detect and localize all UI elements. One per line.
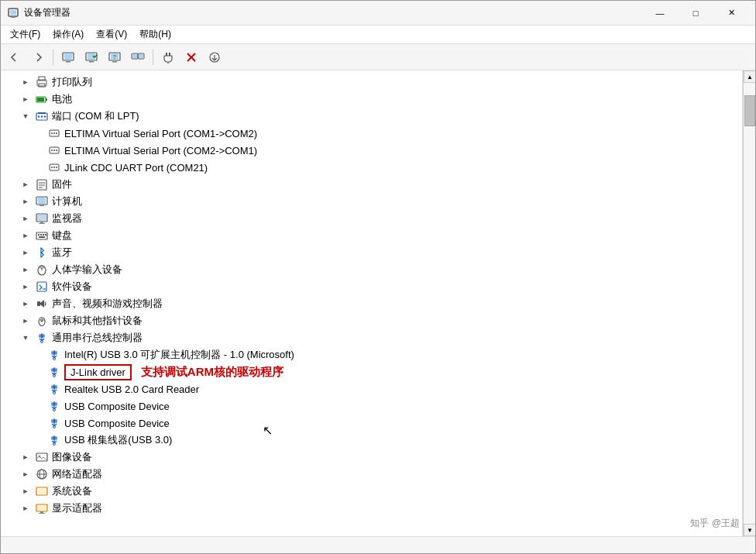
svg-point-78 — [53, 443, 56, 446]
svg-rect-88 — [40, 511, 43, 513]
watermark: 知乎 @王超 — [690, 517, 740, 530]
network-icon — [35, 467, 49, 481]
tree-item-monitor[interactable]: ► 监视器 — [1, 210, 742, 227]
tree-item-mouse[interactable]: ► 鼠标和其他指针设备 — [1, 312, 742, 329]
tree-item-usb-hub[interactable]: ► USB 根集线器(USB 3.0) — [1, 432, 742, 449]
tree-item-keyboard[interactable]: ► 键盘 — [1, 227, 742, 244]
usb-ctrl-icon — [35, 331, 49, 345]
system-label: 系统设备 — [52, 484, 92, 498]
svg-rect-89 — [39, 513, 45, 514]
svg-rect-28 — [37, 98, 44, 102]
back-button[interactable] — [4, 47, 26, 67]
tree-item-print[interactable]: ► 打印队列 — [1, 74, 742, 91]
svg-rect-59 — [40, 234, 42, 236]
status-bar — [1, 536, 755, 553]
device-tree[interactable]: ► 打印队列 ► 电池 ▼ 端口 (COM 和 LPT) — [1, 71, 743, 536]
expand-icon-bluetooth: ► — [19, 246, 32, 259]
annotation-text: 支持调试ARM核的驱动程序 — [141, 365, 284, 380]
scroll-down-arrow[interactable]: ▼ — [744, 524, 755, 536]
usb-icon-jlink — [47, 365, 61, 379]
menu-view[interactable]: 查看(V) — [90, 26, 133, 43]
main-content: ► 打印队列 ► 电池 ▼ 端口 (COM 和 LPT) — [1, 71, 755, 536]
window-controls: — □ ✕ — [642, 1, 749, 26]
port-label: 端口 (COM 和 LPT) — [52, 109, 139, 123]
tree-item-display[interactable]: ► 显示适配器 — [1, 500, 742, 517]
usb-icon-1 — [47, 348, 61, 362]
svg-rect-66 — [37, 282, 46, 291]
eltima1-label: ELTIMA Virtual Serial Port (COM1->COM2) — [64, 128, 257, 139]
forward-button[interactable] — [27, 47, 49, 67]
scroll-up-arrow[interactable]: ▲ — [744, 71, 755, 83]
usb-icon-4 — [47, 416, 61, 430]
tree-item-port[interactable]: ▼ 端口 (COM 和 LPT) — [1, 108, 742, 125]
tree-item-network[interactable]: ► 网络适配器 — [1, 466, 742, 483]
update-button[interactable] — [204, 47, 225, 67]
svg-point-39 — [51, 150, 53, 151]
keyboard-icon — [35, 229, 49, 243]
computer-button[interactable] — [57, 47, 79, 67]
tree-item-firmware[interactable]: ► 固件 — [1, 176, 742, 193]
scroll-thumb[interactable] — [744, 95, 755, 126]
window-icon — [7, 7, 19, 19]
svg-point-76 — [53, 409, 56, 411]
computer-icon — [35, 194, 49, 208]
serial-icon-2 — [47, 143, 61, 157]
image-icon — [35, 450, 49, 464]
svg-point-43 — [51, 167, 53, 168]
menu-action[interactable]: 操作(A) — [46, 26, 90, 43]
display-label: 显示适配器 — [52, 501, 102, 515]
tree-item-realtek[interactable]: ► Realtek USB 2.0 Card Reader — [1, 380, 742, 397]
computer-check-button[interactable] — [81, 47, 102, 67]
svg-rect-52 — [40, 205, 44, 206]
jlink-cdc-label: JLink CDC UART Port (COM21) — [64, 162, 208, 174]
bluetooth-icon: ᛒ — [35, 246, 49, 260]
jlink-driver-box: J-Link driver — [64, 364, 132, 380]
jlink-driver-label: J-Link driver — [70, 366, 125, 378]
tree-item-image[interactable]: ► 图像设备 — [1, 449, 742, 466]
software-icon — [35, 280, 49, 294]
expand-icon-system: ► — [19, 485, 32, 497]
minimize-button[interactable]: — — [642, 1, 678, 26]
tree-item-eltima1[interactable]: ► ELTIMA Virtual Serial Port (COM1->COM2… — [1, 125, 742, 142]
svg-point-32 — [44, 115, 46, 117]
tree-item-bluetooth[interactable]: ► ᛒ 蓝牙 — [1, 244, 742, 261]
tree-item-battery[interactable]: ► 电池 — [1, 91, 742, 108]
svg-rect-68 — [37, 301, 40, 306]
expand-icon-software: ► — [19, 280, 32, 293]
usb-icon-2 — [47, 382, 61, 396]
tree-item-audio[interactable]: ► 声音、视频和游戏控制器 — [1, 295, 742, 312]
tree-item-hid[interactable]: ► 人体学输入设备 — [1, 261, 742, 278]
help-button[interactable]: ? — [104, 47, 125, 67]
usb-icon-5 — [47, 433, 61, 447]
expand-icon-hid: ► — [19, 263, 32, 276]
title-bar: 设备管理器 — □ ✕ — [1, 1, 755, 26]
audio-label: 声音、视频和游戏控制器 — [52, 297, 163, 311]
hid-label: 人体学输入设备 — [52, 263, 122, 277]
remove-button[interactable] — [180, 47, 202, 67]
tree-item-eltima2[interactable]: ► ELTIMA Virtual Serial Port (COM2->COM1… — [1, 142, 742, 159]
keyboard-label: 键盘 — [52, 229, 72, 243]
tree-item-computer[interactable]: ► 计算机 — [1, 193, 742, 210]
tree-item-usb-composite2[interactable]: ► USB Composite Device — [1, 415, 742, 432]
menu-help[interactable]: 帮助(H) — [133, 26, 177, 43]
tree-item-jlink-driver[interactable]: ► J-Link driver 支持调试ARM核的驱动程序 — [1, 363, 742, 380]
tree-item-intel-usb[interactable]: ► Intel(R) USB 3.0 可扩展主机控制器 - 1.0 (Micro… — [1, 346, 742, 363]
plug-button[interactable] — [157, 47, 179, 67]
dual-monitor-button[interactable] — [127, 47, 149, 67]
svg-rect-62 — [39, 236, 45, 238]
battery-icon — [35, 92, 49, 106]
tree-item-jlink-cdc[interactable]: ► JLink CDC UART Port (COM21) — [1, 159, 742, 176]
close-button[interactable]: ✕ — [713, 1, 749, 26]
menu-file[interactable]: 文件(F) — [4, 26, 46, 43]
battery-label: 电池 — [52, 92, 72, 106]
svg-rect-1 — [10, 10, 16, 15]
tree-item-system[interactable]: ► 系统设备 — [1, 483, 742, 500]
svg-point-72 — [41, 341, 43, 343]
tree-item-usb-ctrl[interactable]: ▼ 通用串行总线控制器 — [1, 329, 742, 346]
svg-rect-51 — [38, 198, 46, 204]
mouse-icon — [35, 314, 49, 328]
scrollbar[interactable]: ▲ ▼ — [743, 71, 755, 536]
maximize-button[interactable]: □ — [678, 1, 713, 26]
tree-item-usb-composite1[interactable]: ► USB Composite Device — [1, 397, 742, 415]
tree-item-software[interactable]: ► 软件设备 — [1, 278, 742, 295]
